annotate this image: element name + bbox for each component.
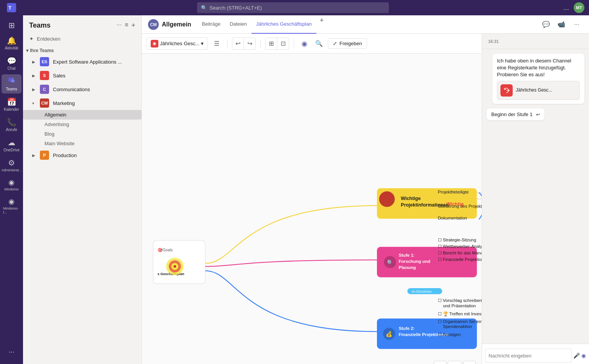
mindmap-name-button[interactable]: ◉ Jährliches Gesc... ▾ <box>146 38 208 50</box>
nav-item-grid[interactable]: ⊞ <box>2 18 21 32</box>
nav-more-button[interactable]: ··· <box>5 345 17 359</box>
right-panel-input-area: 🎤 ◉ ✏ 😊 📎 + ➤ <box>482 344 589 364</box>
phone-icon: 📞 <box>7 118 16 127</box>
insert-col-button[interactable]: ⊞ <box>266 38 277 49</box>
nav-item-anrufe[interactable]: 📞 Anrufe <box>2 115 21 134</box>
tab-add-button[interactable]: + <box>316 15 327 26</box>
tab-jahrlich[interactable]: Jährliches Geschäftsplan <box>252 15 316 34</box>
team-item-comm[interactable]: ▶ C Communications <box>23 82 141 96</box>
channel-item-blog[interactable]: Blog <box>23 129 141 139</box>
discover-icon: ✦ <box>29 36 34 42</box>
tab-beitrage[interactable]: Beiträge <box>197 15 225 34</box>
nav-item-teams[interactable]: Teams <box>2 74 21 93</box>
share-label: Freigeben <box>339 41 362 46</box>
team-expand-marketing: ▾ <box>32 101 36 105</box>
undo-button[interactable]: ↩ <box>232 38 244 49</box>
mindmap-svg: 🎯Goals s Geschäftsplan <box>142 54 482 364</box>
nav-label-onedrive: OneDrive <box>3 148 20 152</box>
chat-card-title: Jährliches Gesc... <box>516 87 552 93</box>
mindmap-title: Jährliches Gesc... <box>160 41 199 46</box>
svg-text:☐ Organisieren Sie eine: ☐ Organisieren Sie eine <box>438 319 482 324</box>
nav-item-mindomo2[interactable]: ◉ Mindomo-t... <box>2 195 21 216</box>
nav-item-chat[interactable]: 💬 Chat <box>2 54 21 73</box>
search-tool-icon[interactable]: 🔍 <box>313 38 325 49</box>
mindmap-canvas[interactable]: 🎯Goals s Geschäftsplan <box>142 54 482 364</box>
message-input[interactable] <box>485 349 572 362</box>
channel-item-mainwebsite[interactable]: Main Website <box>23 139 141 148</box>
svg-text:🎯Goals: 🎯Goals <box>158 248 173 253</box>
nav-bar: ⊞ 🔔 Aktivität 💬 Chat Teams 📅 Kalender <box>0 15 23 364</box>
section-header-ihre-teams[interactable]: ▾ Ihre Teams <box>23 46 141 55</box>
divider1 <box>227 39 227 48</box>
mindmap-card-icon <box>503 87 510 94</box>
channel-avatar: CM <box>148 19 159 30</box>
svg-text:☐ Bericht für das Management: ☐ Bericht für das Management <box>438 251 482 255</box>
team-expand-production: ▶ <box>32 153 36 157</box>
chat-card[interactable]: Jährliches Gesc... <box>497 81 580 100</box>
dropdown-icon: ▾ <box>201 41 204 46</box>
team-name-comm: Communications <box>53 87 90 92</box>
team-name-production: Production <box>53 152 77 158</box>
channel-label-allgemein: Allgemein <box>44 112 66 118</box>
sidebar-more-icon[interactable]: ··· <box>117 21 122 30</box>
undo-redo-group: ↩ ↪ <box>232 38 256 50</box>
chat-icon: 💬 <box>7 56 16 66</box>
mindomo-tool-icon[interactable]: ◉ <box>299 38 310 49</box>
hamburger-icon[interactable]: ☰ <box>211 38 222 49</box>
topbar-more-icon[interactable]: ··· <box>571 18 583 31</box>
user-avatar[interactable]: MT <box>574 2 584 13</box>
cloud-icon: ☁ <box>8 138 15 147</box>
right-panel-timestamp: 16:31 <box>488 39 499 44</box>
nav-item-aktivitat[interactable]: 🔔 Aktivität <box>2 34 21 52</box>
nav-item-onedrive[interactable]: ☁ OneDrive <box>2 136 21 154</box>
tab-dateien[interactable]: Dateien <box>225 15 252 34</box>
zoom-in-button[interactable]: + <box>463 361 475 364</box>
nav-item-kalender[interactable]: 📅 Kalender <box>2 95 21 114</box>
sidebar: Teams ··· ≡ + ✦ Entdecken ▾ Ihre Teams <box>23 15 142 364</box>
svg-text:☐ Wettbewerber-Analysen: ☐ Wettbewerber-Analysen <box>438 244 482 249</box>
more-options-icon[interactable]: ... <box>563 4 569 12</box>
team-item-production[interactable]: ▶ P Production <box>23 148 141 162</box>
teams-icon <box>8 77 15 86</box>
share-icon: ⤢ <box>333 41 337 46</box>
team-avatar-es: ES <box>40 57 49 66</box>
search-box[interactable]: 🔍 Search (STRG+ALT+E) <box>197 2 389 13</box>
recording-icon[interactable]: 🎤 <box>573 353 580 359</box>
global-top-bar: T 🔍 Search (STRG+ALT+E) ... MT <box>0 0 589 15</box>
sidebar-add-icon[interactable]: + <box>131 21 135 30</box>
svg-text:🔍: 🔍 <box>387 259 393 266</box>
nav-item-apps[interactable]: ⊞ Apps <box>2 361 21 364</box>
svg-text:Planung: Planung <box>399 265 416 270</box>
share-button[interactable]: ⤢ Freigeben <box>328 38 367 49</box>
svg-text:☐ Finanzielle Projektionen sch: ☐ Finanzielle Projektionen schreiben <box>438 257 482 262</box>
redo-button[interactable]: ↪ <box>244 38 255 49</box>
main-content: CM Allgemein Beiträge Dateien Jährliches… <box>142 15 589 364</box>
team-avatar-comm: C <box>40 85 49 94</box>
sidebar-filter-icon[interactable]: ≡ <box>125 21 128 30</box>
team-item-sales[interactable]: ▶ S Sales <box>23 69 141 82</box>
nav-label-anrufe: Anrufe <box>6 128 17 132</box>
insert-row-button[interactable]: ⊡ <box>277 38 289 49</box>
sidebar-section-teams: ▾ Ihre Teams ▶ ES Expert Software Applic… <box>23 45 141 164</box>
team-item-es[interactable]: ▶ ES Expert Software Applications ... <box>23 55 141 69</box>
video-icon[interactable]: 📹 <box>555 18 568 31</box>
svg-text:T: T <box>8 5 12 11</box>
nav-label-admin: Administrat... <box>2 168 22 172</box>
zoom-center-button[interactable] <box>448 361 462 364</box>
nav-item-admin[interactable]: ⚙ Administrat... <box>2 156 21 174</box>
sidebar-discover[interactable]: ✦ Entdecken <box>23 33 141 45</box>
nav-item-mindomo[interactable]: ◉ Mindomo <box>2 176 21 193</box>
chat-bubble-icon[interactable]: 💬 <box>540 18 552 31</box>
insert-group: ⊞ ⊡ <box>265 38 289 50</box>
copilot-icon[interactable]: ◉ <box>581 353 586 359</box>
channel-item-allgemein[interactable]: Allgemein <box>23 110 141 120</box>
right-panel: 16:31 Ich habe oben in diesem Channel ei… <box>482 34 589 364</box>
zoom-out-button[interactable]: − <box>434 361 446 364</box>
section-chevron-icon: ▾ <box>26 48 28 53</box>
svg-point-5 <box>12 78 14 79</box>
svg-text:im Einzelnen: im Einzelnen <box>412 290 432 293</box>
team-avatar-marketing: CM <box>40 98 49 108</box>
team-item-marketing[interactable]: ▾ CM Marketing <box>23 96 141 110</box>
svg-text:Forschung und: Forschung und <box>399 259 431 264</box>
channel-item-advertising[interactable]: Advertising <box>23 120 141 129</box>
